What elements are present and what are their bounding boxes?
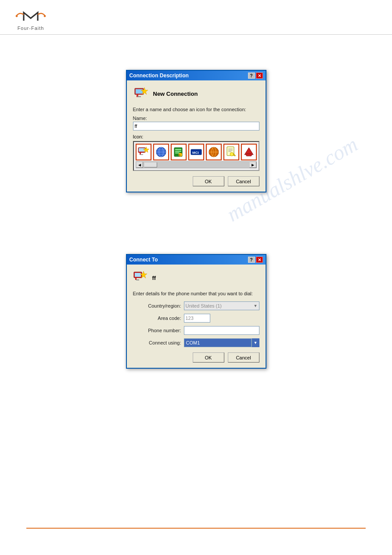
svg-point-0 — [16, 15, 18, 17]
dialog2-buttons: OK Cancel — [133, 352, 259, 363]
dialog2-icon — [133, 270, 149, 286]
dialog1-icon-strip: $ MCI — [133, 141, 259, 171]
svg-rect-5 — [137, 96, 141, 97]
connect-dropdown-arrow[interactable]: ▼ — [252, 338, 259, 347]
dialog1-title: Connection Description — [129, 73, 189, 79]
footer-line — [26, 528, 366, 529]
dialog2-connection-name: ff — [152, 275, 156, 281]
svg-point-1 — [44, 15, 46, 17]
svg-rect-8 — [139, 148, 145, 152]
scroll-thumb[interactable] — [144, 162, 157, 167]
icon-item-6[interactable] — [223, 144, 239, 160]
svg-text:MCI: MCI — [192, 151, 199, 155]
dialog1-header-title: New Connection — [153, 91, 198, 97]
svg-point-33 — [230, 152, 234, 156]
svg-rect-10 — [140, 154, 143, 155]
dialog1-ok-button[interactable]: OK — [193, 176, 224, 186]
dialog2-titlebar: Connect To ? ✕ — [127, 255, 266, 265]
icon-item-3[interactable]: $ — [171, 144, 187, 160]
dialog2-connect-row: Connect using: COM1 ▼ — [133, 338, 259, 347]
dialog2-area-input[interactable] — [184, 314, 210, 323]
svg-rect-18 — [175, 149, 181, 150]
dialog1-name-label: Name: — [133, 116, 259, 121]
icon-scrollbar: ◀ ▶ — [136, 161, 257, 168]
dialog2-phone-input[interactable] — [184, 326, 259, 335]
dialog2-area-row: Area code: — [133, 314, 259, 323]
dialog2-country-label: Country/region: — [133, 303, 181, 308]
icon-item-5[interactable] — [206, 144, 222, 160]
dialog2-connect-select-wrapper[interactable]: COM1 ▼ — [184, 338, 259, 347]
dialog2-country-input: United States (1) ▼ — [184, 301, 259, 310]
connection-description-dialog: Connection Description ? ✕ — [126, 70, 266, 192]
page-content: Connection Description ? ✕ — [0, 35, 392, 382]
dialog2-area-label: Area code: — [133, 316, 181, 321]
dialog2-phone-row: Phone number: — [133, 326, 259, 335]
scroll-left-btn[interactable]: ◀ — [136, 162, 143, 168]
dialog2-titlebar-buttons: ? ✕ — [248, 257, 263, 263]
dialog1-close-button[interactable]: ✕ — [256, 73, 263, 79]
svg-rect-38 — [136, 279, 139, 280]
dialog2-description: Enter details for the phone number that … — [133, 291, 259, 296]
dialog1-icon-label: Icon: — [133, 134, 259, 139]
svg-rect-34 — [246, 154, 252, 156]
connect-to-dialog: Connect To ? ✕ ff Enter de — [126, 254, 266, 369]
dialog2-header-row: ff — [133, 270, 259, 286]
dialog1-buttons: OK Cancel — [133, 176, 259, 186]
svg-rect-20 — [175, 152, 180, 153]
icon-item-7[interactable] — [241, 144, 257, 160]
scroll-track — [143, 162, 249, 168]
svg-rect-36 — [135, 273, 141, 277]
dialog1-icon — [133, 86, 149, 102]
dialog2-cancel-button[interactable]: Cancel — [228, 352, 259, 363]
icon-item-4[interactable]: MCI — [188, 144, 204, 160]
dialog1-titlebar-buttons: ? ✕ — [248, 73, 263, 79]
dialog2-ok-button[interactable]: OK — [193, 352, 224, 363]
dialog1-name-input[interactable] — [133, 122, 259, 131]
country-dropdown-arrow: ▼ — [254, 304, 258, 308]
dialog1-header-row: New Connection — [133, 86, 259, 102]
scroll-right-btn[interactable]: ▶ — [249, 162, 256, 168]
dialog1-cancel-button[interactable]: Cancel — [228, 176, 259, 186]
dialog1-description: Enter a name and choose an icon for the … — [133, 107, 259, 112]
svg-rect-3 — [136, 89, 143, 94]
dialog2-connect-label: Connect using: — [133, 340, 181, 345]
dialog2-country-value: United States (1) — [186, 303, 222, 308]
dialog1-help-button[interactable]: ? — [248, 73, 255, 79]
dialog2-country-row: Country/region: United States (1) ▼ — [133, 301, 259, 310]
icon-strip-row: $ MCI — [136, 144, 257, 160]
dialog2-help-button[interactable]: ? — [248, 257, 255, 263]
dialog2-close-button[interactable]: ✕ — [256, 257, 263, 263]
icon-item-1[interactable] — [136, 144, 151, 160]
dialog1-body: New Connection Enter a name and choose a… — [127, 80, 266, 192]
dialog2-title: Connect To — [129, 257, 158, 263]
logo-svg — [13, 8, 48, 25]
dialog2-body: ff Enter details for the phone number th… — [127, 265, 266, 368]
logo: Four-Faith — [13, 8, 48, 31]
logo-text: Four-Faith — [18, 25, 44, 31]
header: Four-Faith — [0, 0, 392, 35]
icon-item-2[interactable] — [153, 144, 169, 160]
dialog2-connect-value: COM1 — [184, 338, 252, 347]
svg-rect-19 — [175, 151, 181, 152]
dialog2-phone-label: Phone number: — [133, 328, 181, 333]
dialog1-titlebar: Connection Description ? ✕ — [127, 71, 266, 80]
dialog2-country-select-wrapper[interactable]: United States (1) ▼ — [184, 301, 259, 310]
